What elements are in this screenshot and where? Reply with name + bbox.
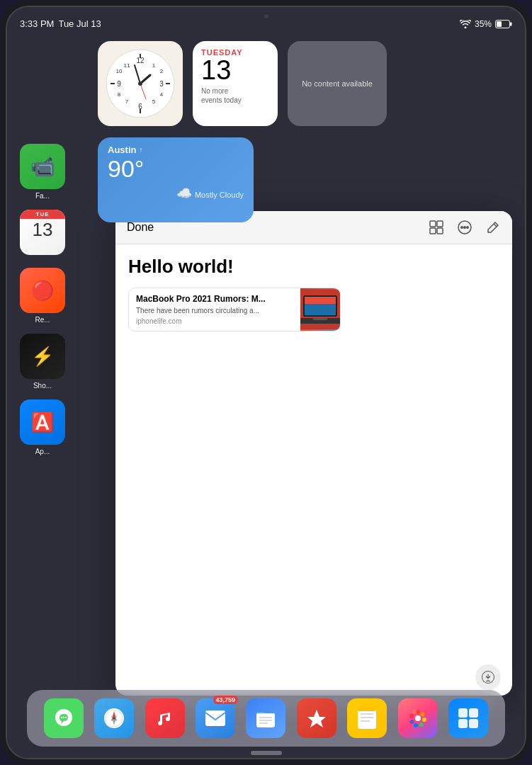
svg-point-49	[113, 718, 115, 720]
status-date: Tue Jul 13	[58, 18, 101, 29]
svg-point-44	[65, 717, 67, 718]
svg-rect-74	[469, 719, 478, 728]
battery-percent: 35%	[475, 19, 492, 29]
svg-point-23	[138, 81, 142, 86]
widgets-row2: Austin ↑ 90° ☁️ Mostly Cloudy	[98, 137, 512, 222]
svg-text:9: 9	[117, 80, 121, 88]
link-card-title: MacBook Pro 2021 Rumors: M...	[136, 294, 293, 304]
note-title: Hello world!	[128, 256, 499, 278]
svg-text:11: 11	[124, 62, 130, 69]
link-card-url: iphonelife.com	[136, 317, 293, 325]
svg-rect-26	[430, 228, 436, 234]
cal-events: No moreevents today	[201, 86, 269, 105]
reminders-label: Re...	[35, 316, 50, 324]
svg-rect-1	[497, 21, 502, 27]
sidebar-apps: 📹 Fa... TUE 13 🔴 Re... ⚡ Sho...	[20, 144, 65, 455]
svg-rect-27	[437, 228, 443, 234]
done-button[interactable]: Done	[127, 221, 154, 234]
battery-icon	[495, 20, 512, 28]
status-right: 35%	[460, 19, 512, 29]
svg-text:4: 4	[160, 91, 164, 98]
dock-messages[interactable]	[44, 698, 84, 738]
svg-rect-2	[510, 22, 512, 26]
link-card-desc: There have been rumors circulating a...	[136, 306, 293, 315]
mail-badge: 43,759	[213, 696, 239, 704]
svg-text:2: 2	[160, 68, 164, 74]
svg-point-66	[419, 722, 424, 727]
shortcuts-icon[interactable]: ⚡	[20, 334, 65, 379]
app-facetime-wrapper[interactable]: 📹 Fa...	[20, 144, 65, 200]
svg-text:10: 10	[116, 68, 123, 74]
svg-text:6: 6	[138, 103, 142, 110]
svg-text:8: 8	[118, 91, 121, 98]
weather-widget[interactable]: Austin ↑ 90° ☁️ Mostly Cloudy	[98, 137, 254, 222]
shortcuts-label: Sho...	[33, 382, 52, 390]
facetime-label: Fa...	[35, 192, 50, 200]
facetime-icon[interactable]: 📹	[20, 144, 65, 189]
svg-text:5: 5	[152, 98, 156, 105]
cal-date: 13	[201, 57, 269, 84]
app-store-wrapper[interactable]: 🅰️ Ap...	[20, 400, 65, 455]
svg-point-30	[464, 227, 465, 228]
svg-rect-37	[313, 318, 327, 320]
empty-widget: No content available	[288, 41, 387, 126]
svg-rect-50	[205, 710, 225, 726]
link-card[interactable]: MacBook Pro 2021 Rumors: M... There have…	[128, 288, 341, 332]
dock-files[interactable]	[246, 698, 285, 738]
link-card-thumbnail	[300, 288, 340, 331]
svg-rect-71	[458, 708, 468, 718]
svg-text:3: 3	[159, 80, 164, 88]
ipad-device: 3:33 PM Tue Jul 13 35%	[0, 0, 532, 765]
svg-rect-35	[305, 297, 336, 304]
svg-point-29	[461, 227, 463, 228]
dock-safari[interactable]	[94, 698, 134, 738]
dictate-button[interactable]	[475, 664, 501, 690]
svg-rect-72	[469, 708, 478, 718]
weather-temp: 90°	[108, 155, 244, 183]
status-time: 3:33 PM	[20, 18, 54, 29]
weather-desc: Mostly Cloudy	[195, 191, 244, 199]
wifi-icon	[460, 20, 471, 28]
calendar-widget[interactable]: TUESDAY 13 No moreevents today	[193, 41, 278, 126]
svg-point-31	[467, 227, 468, 228]
svg-rect-57	[358, 709, 376, 729]
app-reminders-wrapper[interactable]: 🔴 Re...	[20, 268, 65, 324]
link-card-text: MacBook Pro 2021 Rumors: M... There have…	[129, 288, 300, 331]
svg-point-43	[63, 717, 64, 718]
home-button-indicator	[251, 751, 282, 755]
svg-rect-61	[358, 707, 376, 711]
svg-text:1: 1	[152, 62, 156, 69]
svg-rect-53	[256, 713, 275, 726]
dock-appstore2[interactable]	[448, 698, 488, 738]
svg-point-70	[412, 710, 417, 714]
svg-rect-73	[458, 719, 468, 728]
dock-notes[interactable]	[347, 698, 387, 738]
svg-point-69	[409, 714, 414, 718]
weather-city: Austin ↑	[108, 144, 244, 155]
dock-photos[interactable]	[398, 698, 438, 738]
svg-text:12: 12	[136, 57, 145, 64]
clock-widget[interactable]: 12 6 9 3 1 2 4 5 7 8 10 11	[98, 41, 183, 126]
svg-point-68	[409, 720, 414, 724]
dock-mail[interactable]: 43,759	[196, 698, 235, 738]
status-bar: 3:33 PM Tue Jul 13 35%	[20, 18, 512, 29]
note-modal: Done	[115, 211, 512, 696]
svg-point-42	[61, 717, 62, 718]
svg-point-65	[422, 718, 426, 722]
svg-point-67	[414, 723, 418, 727]
svg-point-62	[415, 715, 421, 721]
app-tue-wrapper[interactable]: TUE 13	[20, 210, 65, 258]
reminders-icon[interactable]: 🔴	[20, 268, 65, 313]
app-shortcuts-wrapper[interactable]: ⚡ Sho...	[20, 334, 65, 390]
dock: 43,759	[27, 690, 505, 747]
svg-point-64	[420, 713, 424, 717]
modal-content[interactable]: Hello world! MacBook Pro 2021 Rumors: M.…	[115, 244, 512, 659]
dock-spark[interactable]	[297, 698, 336, 738]
widgets-area: 12 6 9 3 1 2 4 5 7 8 10 11	[98, 41, 512, 126]
svg-text:7: 7	[125, 98, 129, 105]
empty-widget-text: No content available	[302, 79, 373, 88]
calendar-app-icon[interactable]: TUE 13	[20, 210, 65, 255]
appstore-label: Ap...	[35, 448, 50, 455]
dock-music[interactable]	[145, 698, 185, 738]
appstore-icon[interactable]: 🅰️	[20, 400, 65, 445]
